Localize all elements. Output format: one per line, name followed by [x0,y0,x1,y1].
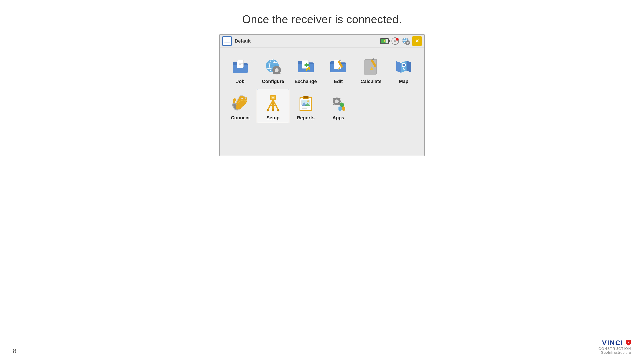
vinci-division: CONSTRUCTION [598,347,631,351]
svg-rect-66 [304,96,308,98]
reports-label: Reports [297,115,314,121]
apps-label: Apps [332,115,344,121]
page-title: Once the receiver is connected. [0,0,644,26]
grid-item-edit[interactable]: Edit [322,53,355,87]
svg-text:V: V [628,341,629,343]
grid-item-connect[interactable]: Connect [224,89,257,123]
svg-point-2 [396,38,398,41]
exchange-label: Exchange [294,79,317,84]
battery-icon: ⚡ [380,37,389,45]
globe-gear-icon[interactable] [402,37,410,45]
menu-button[interactable] [222,36,232,46]
svg-rect-12 [405,42,406,43]
window-title: Default [235,38,380,44]
svg-point-60 [277,109,280,111]
app-window: Default ⚡ ∞ [219,34,425,156]
edit-label: Edit [334,79,343,84]
grid-item-map[interactable]: Map [387,53,420,87]
record-indicator: ∞ [391,37,400,45]
connect-label: Connect [231,115,250,121]
svg-rect-19 [238,60,244,67]
svg-rect-28 [276,66,277,67]
svg-rect-79 [339,101,340,102]
svg-point-59 [266,109,269,111]
svg-point-50 [402,64,405,66]
svg-rect-31 [279,70,280,71]
svg-point-27 [275,68,278,72]
titlebar-icons: ⚡ ∞ [380,36,422,46]
svg-rect-13 [409,42,410,43]
map-label: Map [399,79,408,84]
svg-rect-76 [336,97,338,99]
grid-item-job[interactable]: Job [224,53,257,87]
job-label: Job [236,79,244,84]
svg-rect-10 [407,40,408,41]
vinci-brand-text: VINCI [602,339,624,347]
vinci-flag-icon: V [626,340,631,347]
svg-point-71 [307,100,309,102]
vinci-sub: GeoInfrastructure [601,351,632,355]
grid-item-calculate[interactable]: Calculate [355,53,388,87]
svg-rect-78 [333,101,334,102]
svg-point-62 [272,97,274,99]
svg-rect-77 [336,104,338,105]
close-button[interactable]: ✕ [412,36,422,46]
grid-item-configure[interactable]: Configure [257,53,290,87]
slide-number: 8 [13,347,16,355]
grid-item-reports[interactable]: Reports [289,89,322,123]
bottom-divider [0,335,644,335]
grid-item-exchange[interactable]: Exchange [289,53,322,87]
vinci-logo: VINCI V CONSTRUCTION GeoInfrastructure [598,339,631,355]
svg-rect-30 [272,70,274,71]
svg-point-61 [272,109,274,111]
configure-label: Configure [262,79,284,84]
grid-item-setup[interactable]: Setup [257,89,290,123]
svg-point-75 [335,99,339,103]
setup-label: Setup [266,115,280,121]
calculate-label: Calculate [360,79,382,84]
grid-item-apps[interactable]: Apps [322,89,355,123]
svg-point-9 [406,42,409,44]
svg-rect-11 [407,44,408,45]
titlebar: Default ⚡ ∞ [220,35,424,47]
svg-rect-29 [276,72,277,74]
